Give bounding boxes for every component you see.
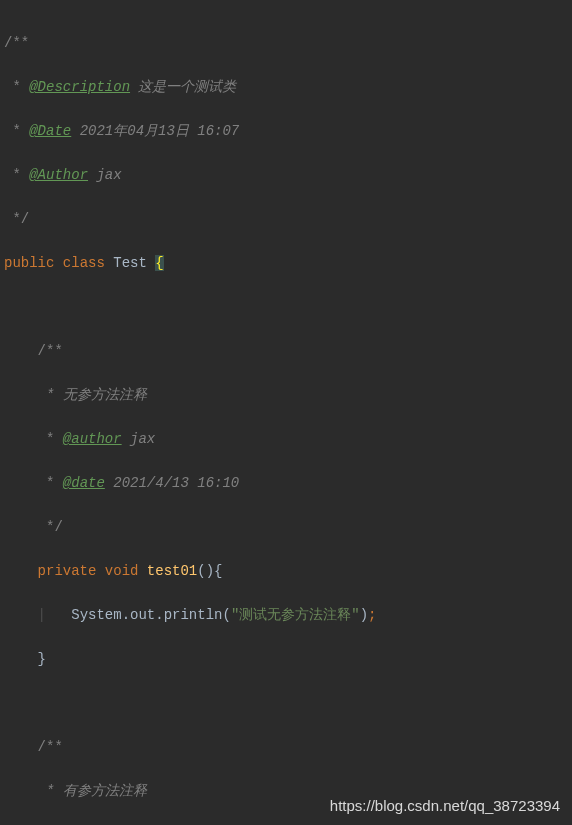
method-name: test01 — [147, 563, 197, 579]
brace-highlight: { — [155, 255, 163, 271]
code-line: * @date 2021/4/13 16:10 — [4, 472, 572, 494]
watermark-text: https://blog.csdn.net/qq_38723394 — [330, 795, 560, 817]
doc-tag-date: @date — [63, 475, 105, 491]
javadoc-open: /** — [38, 343, 63, 359]
code-line — [4, 692, 572, 714]
system-out: System.out.println( — [71, 607, 231, 623]
code-line: /** — [4, 736, 572, 758]
doc-tag-description: @Description — [29, 79, 130, 95]
code-editor[interactable]: /** * @Description 这是一个测试类 * @Date 2021年… — [0, 0, 572, 825]
doc-tag-author: @author — [63, 431, 122, 447]
javadoc-open: /** — [38, 739, 63, 755]
code-line: */ — [4, 516, 572, 538]
keyword-private: private — [38, 563, 97, 579]
code-line: private void test01(){ — [4, 560, 572, 582]
keyword-public: public — [4, 255, 54, 271]
code-line: public class Test { — [4, 252, 572, 274]
doc-tag-author: @Author — [29, 167, 88, 183]
keyword-void: void — [105, 563, 139, 579]
doc-tag-date: @Date — [29, 123, 71, 139]
code-line: * @Description 这是一个测试类 — [4, 76, 572, 98]
code-line: | System.out.println("测试无参方法注释"); — [4, 604, 572, 626]
code-line: /** — [4, 340, 572, 362]
code-line: } — [4, 648, 572, 670]
string-literal: "测试无参方法注释" — [231, 607, 360, 623]
code-line: * @author jax — [4, 428, 572, 450]
javadoc-close: */ — [38, 519, 63, 535]
javadoc-open: /** — [4, 35, 29, 51]
class-name: Test — [113, 255, 147, 271]
keyword-class: class — [63, 255, 105, 271]
code-line: */ — [4, 208, 572, 230]
code-line: * @Author jax — [4, 164, 572, 186]
code-line: /** — [4, 32, 572, 54]
javadoc-close: */ — [4, 211, 29, 227]
code-line: * @Date 2021年04月13日 16:07 — [4, 120, 572, 142]
code-line — [4, 296, 572, 318]
code-line: * 无参方法注释 — [4, 384, 572, 406]
